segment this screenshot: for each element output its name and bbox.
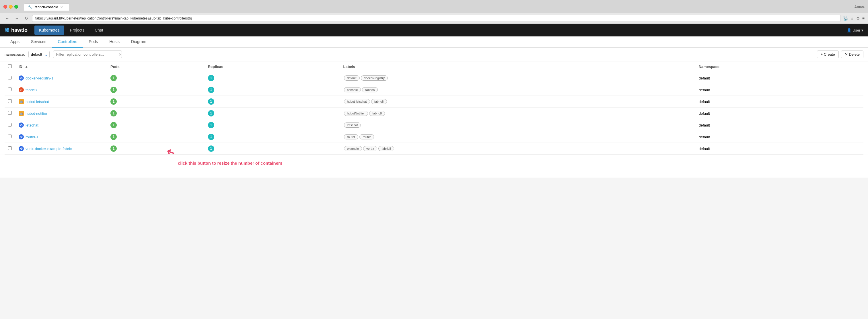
replicas-badge[interactable]: 1 — [208, 122, 214, 128]
row-id-link[interactable]: 🤖hubot-notifier — [19, 111, 103, 116]
row-labels-cell: hubot-letschatfabric8 — [340, 96, 695, 107]
pods-badge: 1 — [111, 134, 117, 140]
sub-nav-hosts[interactable]: Hosts — [103, 36, 125, 47]
refresh-button[interactable]: ↻ — [23, 15, 30, 21]
header-pods: Pods — [107, 61, 205, 72]
k8s-icon: ⚙ — [19, 134, 24, 139]
menu-icon[interactable]: ≡ — [862, 16, 865, 21]
header-labels: Labels — [340, 61, 695, 72]
nav-projects[interactable]: Projects — [65, 26, 89, 35]
address-bar[interactable] — [32, 15, 841, 22]
tab-close-button[interactable]: ✕ — [60, 5, 63, 9]
filter-clear-button[interactable]: ✕ — [119, 52, 122, 57]
row-checkbox-cell — [5, 119, 15, 131]
row-id-link[interactable]: ⚙router-1 — [19, 134, 103, 139]
label-pill: fabric8 — [362, 87, 378, 92]
label-pill: default — [344, 75, 360, 81]
create-button[interactable]: + Create — [817, 51, 839, 58]
row-checkbox-cell — [5, 143, 15, 155]
row-checkbox[interactable] — [8, 76, 12, 79]
row-namespace-cell: default — [695, 131, 863, 143]
table-row: 🤖hubot-letschat11hubot-letschatfabric8de… — [5, 96, 863, 107]
sub-nav-controllers[interactable]: Controllers — [52, 36, 83, 47]
row-replicas-cell: 1 — [205, 119, 340, 131]
table-container: ID ▲ Pods Replicas Labels Namespace ⚙doc… — [0, 61, 868, 155]
row-replicas-cell: 1 — [205, 72, 340, 84]
pods-badge: 1 — [111, 75, 117, 81]
replicas-badge[interactable]: 1 — [208, 75, 214, 81]
annotation-text: click this button to resize the number o… — [178, 161, 282, 165]
namespace-select[interactable]: default — [28, 51, 50, 58]
browser-chrome: 🔧 fabric8-console ✕ James ← → ↻ 📡 ☆ ⚙ ≡ — [0, 0, 868, 24]
browser-addressbar: ← → ↻ 📡 ☆ ⚙ ≡ — [0, 13, 868, 24]
filter-input[interactable] — [53, 51, 122, 58]
table-row: 🤖hubot-notifier11hubotNotifierfabric8def… — [5, 107, 863, 119]
replicas-badge[interactable]: 1 — [208, 134, 214, 140]
browser-icons: 📡 ☆ ⚙ ≡ — [843, 16, 865, 21]
user-menu[interactable]: 👤 User ▾ — [847, 28, 863, 32]
row-checkbox[interactable] — [8, 99, 12, 103]
row-namespace-cell: default — [695, 84, 863, 96]
table-row: ⚙letschat11letschatdefault — [5, 119, 863, 131]
replicas-badge[interactable]: 1 — [208, 87, 214, 93]
close-button[interactable] — [3, 5, 7, 9]
label-pill: console — [344, 87, 361, 92]
sub-nav-services[interactable]: Services — [25, 36, 52, 47]
browser-titlebar: 🔧 fabric8-console ✕ James — [0, 0, 868, 13]
row-replicas-cell: 1 — [205, 84, 340, 96]
row-checkbox[interactable] — [8, 146, 12, 150]
row-replicas-cell: 1 — [205, 107, 340, 119]
row-namespace-cell: default — [695, 107, 863, 119]
row-checkbox[interactable] — [8, 111, 12, 115]
row-replicas-cell: 1 — [205, 96, 340, 107]
row-id-cell: ⚙letschat — [15, 119, 107, 131]
row-id-link[interactable]: ⚙docker-registry-1 — [19, 75, 103, 81]
row-id-link[interactable]: ⚙vertx-docker-example-fabric — [19, 146, 103, 151]
nav-kubernetes[interactable]: Kubernetes — [34, 26, 64, 35]
row-pods-cell: 1 — [107, 84, 205, 96]
forward-button[interactable]: → — [13, 15, 21, 21]
row-labels-cell: letschat — [340, 119, 695, 131]
replicas-badge[interactable]: 1 — [208, 110, 214, 117]
tab-bar: 🔧 fabric8-console ✕ — [20, 3, 852, 11]
minimize-button[interactable] — [9, 5, 12, 9]
table-header: ID ▲ Pods Replicas Labels Namespace — [5, 61, 863, 72]
row-checkbox-cell — [5, 72, 15, 84]
svg-text:🤖: 🤖 — [20, 111, 23, 115]
star-icon[interactable]: ☆ — [850, 16, 854, 21]
browser-tab[interactable]: 🔧 fabric8-console ✕ — [24, 3, 70, 11]
row-checkbox[interactable] — [8, 134, 12, 138]
tab-favicon: 🔧 — [28, 5, 32, 9]
header-id[interactable]: ID ▲ — [15, 61, 107, 72]
row-id-link[interactable]: ⚙letschat — [19, 123, 103, 128]
delete-button[interactable]: ✕ Delete — [841, 51, 863, 58]
replicas-badge[interactable]: 1 — [208, 146, 214, 152]
annotation-area: ➜ click this button to resize the number… — [0, 155, 868, 178]
pods-badge: 1 — [111, 110, 117, 117]
sub-nav-apps[interactable]: Apps — [5, 36, 25, 47]
row-id-link[interactable]: f8fabric8 — [19, 87, 103, 92]
traffic-lights — [3, 5, 18, 9]
k8s-icon: ⚙ — [19, 123, 24, 128]
back-button[interactable]: ← — [3, 15, 11, 21]
label-pill: hubotNotifier — [344, 111, 368, 116]
label-pill: vert.x — [363, 146, 377, 151]
select-all-checkbox[interactable] — [8, 64, 12, 68]
row-replicas-cell: 1 — [205, 131, 340, 143]
app-header: ❉ hawtio Kubernetes Projects Chat 👤 User… — [0, 24, 868, 36]
user-info: James — [855, 5, 865, 9]
row-checkbox[interactable] — [8, 123, 12, 127]
hawtio-logo-icon: ❉ — [5, 27, 9, 34]
row-checkbox[interactable] — [8, 88, 12, 91]
row-id-link[interactable]: 🤖hubot-letschat — [19, 99, 103, 104]
fabric8-icon: f8 — [19, 87, 24, 92]
cast-icon: 📡 — [843, 16, 848, 21]
namespace-select-wrapper: default — [28, 51, 50, 58]
row-checkbox-cell — [5, 84, 15, 96]
sub-nav-diagram[interactable]: Diagram — [125, 36, 152, 47]
extension-icon[interactable]: ⚙ — [856, 16, 860, 21]
replicas-badge[interactable]: 1 — [208, 98, 214, 105]
nav-chat[interactable]: Chat — [90, 26, 108, 35]
sub-nav-pods[interactable]: Pods — [83, 36, 103, 47]
maximize-button[interactable] — [14, 5, 18, 9]
